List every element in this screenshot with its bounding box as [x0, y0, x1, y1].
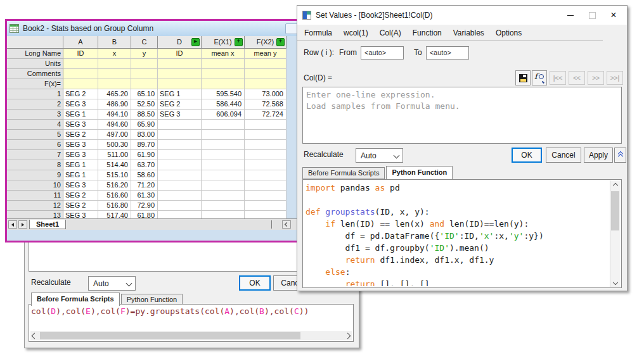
search-functions-button[interactable]: f [532, 70, 547, 85]
python-function-panel[interactable]: import pandas as pd def groupstats(ID, x… [302, 179, 622, 288]
cell[interactable]: y [131, 49, 158, 59]
cell[interactable] [202, 180, 245, 191]
row-to-input[interactable] [426, 46, 469, 60]
cell[interactable]: 586.440 [202, 99, 245, 110]
cell[interactable] [245, 191, 287, 201]
cell[interactable] [158, 201, 202, 211]
row-number[interactable]: 5 [7, 130, 63, 140]
row-number[interactable]: 4 [7, 120, 63, 130]
cell[interactable] [202, 120, 245, 130]
cell[interactable] [245, 201, 287, 211]
cell[interactable]: 72.568 [245, 99, 287, 110]
cell[interactable] [202, 191, 245, 201]
cell[interactable] [245, 170, 287, 180]
cell[interactable]: SEG 3 [63, 180, 98, 191]
cell[interactable]: mean y [245, 49, 287, 59]
cell[interactable]: 65.10 [131, 89, 158, 99]
cell[interactable]: SEG 3 [158, 110, 202, 120]
cell[interactable]: 61.90 [131, 150, 158, 160]
cell[interactable]: SEG 3 [63, 150, 98, 160]
cell[interactable]: 61.30 [131, 191, 158, 201]
cell[interactable]: 595.540 [202, 89, 245, 99]
minimize-button[interactable] [560, 6, 581, 25]
menu-wcol-1[interactable]: wcol(1) [338, 28, 374, 37]
cell[interactable]: SEG 1 [63, 170, 98, 180]
cell[interactable] [245, 150, 287, 160]
row-number[interactable]: 2 [7, 99, 63, 110]
cell[interactable] [98, 79, 131, 89]
cell[interactable]: 71.20 [131, 180, 158, 191]
cell[interactable] [131, 79, 158, 89]
cell[interactable]: SEG 2 [63, 191, 98, 201]
row-number[interactable]: 8 [7, 160, 63, 170]
cell[interactable]: 494.10 [98, 110, 131, 120]
cell[interactable] [158, 140, 202, 150]
nav-first-button[interactable]: |<< [550, 71, 566, 85]
row-number[interactable]: 11 [7, 191, 63, 201]
nav-next-button[interactable]: >> [588, 71, 604, 85]
cell[interactable]: 511.00 [98, 150, 131, 160]
cell[interactable]: ID [63, 49, 98, 59]
cell[interactable] [202, 130, 245, 140]
prev-sheet-icon[interactable] [8, 220, 17, 229]
tab-python-function[interactable]: Python Function [386, 166, 453, 179]
window-button-partial[interactable] [285, 23, 298, 34]
menu-function[interactable]: Function [407, 28, 448, 37]
dialog-titlebar[interactable]: Set Values - [Book2]Sheet1!Col(D) × [297, 6, 627, 25]
cell[interactable] [202, 160, 245, 170]
cell[interactable] [63, 59, 98, 69]
horizontal-scrollbar[interactable] [30, 331, 352, 340]
scrollbar-thumb[interactable] [40, 332, 300, 339]
cell[interactable]: 516.60 [98, 191, 131, 201]
cell[interactable]: 497.00 [98, 130, 131, 140]
cell[interactable]: 83.00 [131, 130, 158, 140]
cell[interactable] [158, 59, 202, 69]
ok-button[interactable]: OK [239, 275, 271, 291]
cell[interactable] [158, 130, 202, 140]
cell[interactable] [202, 140, 245, 150]
cell[interactable] [245, 79, 287, 89]
cell[interactable] [131, 59, 158, 69]
cell[interactable]: 73.000 [245, 89, 287, 99]
hscroll-left-icon[interactable] [282, 220, 291, 229]
recalculate-dropdown[interactable]: Auto [88, 276, 136, 291]
cell[interactable]: SEG 1 [63, 160, 98, 170]
row-from-input[interactable] [361, 46, 404, 60]
menu-options[interactable]: Options [490, 28, 527, 37]
nav-last-button[interactable]: >>| [607, 71, 623, 85]
collapse-double-chevron-button[interactable] [614, 148, 626, 163]
row-number[interactable]: 9 [7, 170, 63, 180]
cancel-button[interactable]: Cancel [546, 148, 581, 163]
corner-cell[interactable] [7, 36, 63, 49]
cell[interactable] [245, 160, 287, 170]
column-header-a[interactable]: A [63, 36, 98, 49]
apply-button[interactable]: Apply [584, 148, 613, 163]
cell[interactable]: 72.90 [131, 201, 158, 211]
cell[interactable] [131, 69, 158, 79]
save-formula-button[interactable] [515, 70, 531, 85]
column-header-c[interactable]: C [131, 36, 158, 49]
cell[interactable]: 516.80 [98, 201, 131, 211]
next-sheet-icon[interactable] [18, 220, 27, 229]
cell[interactable]: SEG 1 [63, 110, 98, 120]
menu-col-a[interactable]: Col(A) [374, 28, 407, 37]
cell[interactable]: SEG 2 [63, 89, 98, 99]
cell[interactable] [158, 180, 202, 191]
cell[interactable]: 486.90 [98, 99, 131, 110]
cell[interactable]: 515.10 [98, 170, 131, 180]
cell[interactable]: mean x [202, 49, 245, 59]
cell[interactable] [158, 69, 202, 79]
cell[interactable] [158, 150, 202, 160]
cell[interactable] [245, 180, 287, 191]
ok-button[interactable]: OK [512, 148, 542, 163]
cell[interactable] [202, 201, 245, 211]
cell[interactable]: SEG 1 [158, 89, 202, 99]
close-icon[interactable]: × [603, 6, 624, 25]
row-number[interactable]: 6 [7, 140, 63, 150]
expression-input[interactable]: Enter one-line expression.Load samples f… [302, 87, 622, 144]
menu-variables[interactable]: Variables [448, 28, 490, 37]
cell[interactable]: ID [158, 49, 202, 59]
column-header-f-x2[interactable]: F(X2)+ [245, 36, 287, 49]
cell[interactable]: x [98, 49, 131, 59]
row-number[interactable]: 10 [7, 180, 63, 191]
